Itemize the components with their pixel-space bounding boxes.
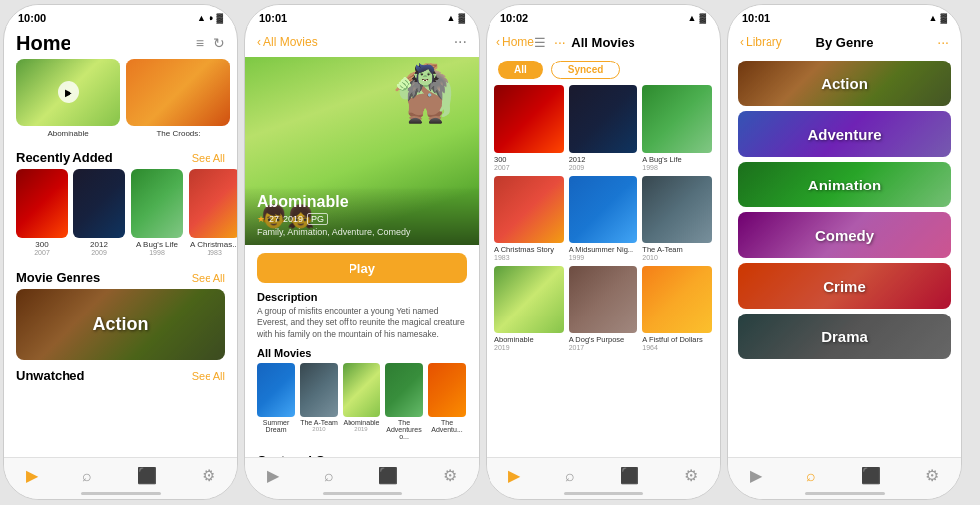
title-300: 300 (16, 240, 68, 249)
more-icon-3[interactable]: ··· (554, 34, 566, 50)
grid-card-2012[interactable]: 2012 2009 (569, 85, 638, 171)
genre-adventure[interactable]: Adventure (738, 111, 951, 157)
tab-folder-3[interactable]: ⬛ (620, 466, 639, 485)
crime-genre-label: Crime (823, 278, 866, 295)
wifi-icon-4: ▲ (929, 13, 938, 23)
tab-settings-4[interactable]: ⚙ (925, 466, 939, 485)
nav-actions-3: ☰ ··· (534, 34, 566, 50)
hero-abominable[interactable]: ▶ Abominable (16, 59, 120, 138)
genre-animation[interactable]: Animation (738, 162, 951, 207)
genre-crime[interactable]: Crime (738, 263, 951, 309)
back-all-movies[interactable]: ‹ All Movies (257, 35, 318, 49)
tab-search-1[interactable]: ⌕ (82, 467, 92, 485)
title-bugs: A Bug's Life (131, 240, 183, 249)
filter-all[interactable]: All (498, 61, 543, 79)
thumb-2012 (73, 169, 125, 238)
movie-bugs-life[interactable]: A Bug's Life 1998 (131, 169, 183, 256)
year-bugs: 1998 (131, 249, 183, 256)
genres-see-all[interactable]: See All (192, 272, 225, 284)
genre-action[interactable]: Action (738, 61, 951, 106)
tab-play-3[interactable]: ▶ (508, 466, 520, 485)
phone-detail: 10:01 ▲ ▓ ‹ All Movies ··· 🧌 👦👧 Abominab… (244, 4, 480, 500)
tab-folder-4[interactable]: ⬛ (861, 466, 881, 485)
star-icon: ★ (257, 214, 265, 224)
grid-title-300: 300 (494, 155, 564, 164)
action-genre-card[interactable]: Action (16, 289, 225, 360)
recently-added-see-all[interactable]: See All (192, 152, 225, 164)
list-icon[interactable]: ≡ (196, 35, 204, 51)
tab-play-2[interactable]: ▶ (267, 466, 279, 485)
movie-year: 2019 (283, 214, 303, 224)
battery-icon-1: ▓ (216, 13, 223, 23)
small-card-abominable[interactable]: Abominable 2019 (343, 363, 380, 440)
movie-genres: Family, Animation, Adventure, Comedy (257, 227, 467, 237)
recently-added-row: 300 2007 2012 2009 A Bug's Life 1998 A C… (4, 169, 237, 264)
movie-2012[interactable]: 2012 2009 (73, 169, 125, 256)
small-card-adventures[interactable]: The Adventu... (428, 363, 466, 440)
grid-year-abominable: 2019 (494, 344, 564, 351)
tab-settings-1[interactable]: ⚙ (202, 466, 215, 485)
grid-card-midsummer[interactable]: A Midsummer Nig... 1999 (569, 176, 638, 261)
stars-count: 27 (269, 214, 279, 224)
movie-christmas[interactable]: A Christmas... 1983 (189, 169, 237, 256)
grid-card-ateam[interactable]: The A-Team 2010 (642, 176, 712, 261)
small-title-abominable2: Abominable (343, 419, 380, 426)
tab-settings-3[interactable]: ⚙ (684, 466, 698, 485)
tab-play-1[interactable]: ▶ (26, 466, 38, 485)
grid-year-dogs: 2017 (569, 344, 638, 351)
grid-card-bugs[interactable]: A Bug's Life 1998 (642, 85, 712, 171)
time-4: 10:01 (742, 12, 770, 24)
movie-grid: 300 2007 2012 2009 A Bug's Life 1998 A C… (487, 85, 720, 351)
year-2012: 2009 (73, 249, 125, 256)
back-library[interactable]: ‹ Library (740, 35, 782, 49)
grid-title-2012: 2012 (569, 155, 638, 164)
abominable-thumb[interactable]: ▶ (16, 59, 120, 126)
home-title: Home (16, 32, 71, 55)
genre-drama[interactable]: Drama (738, 314, 951, 359)
small-card-huck[interactable]: The Adventures o... (385, 363, 423, 440)
tab-search-3[interactable]: ⌕ (565, 467, 575, 485)
battery-icon-2: ▓ (458, 13, 465, 23)
filter-row: All Synced (487, 57, 720, 85)
more-icon-4[interactable]: ··· (937, 34, 949, 50)
grid-card-300[interactable]: 300 2007 (494, 85, 564, 171)
tab-folder-2[interactable]: ⬛ (378, 466, 398, 485)
comedy-genre-label: Comedy (815, 227, 874, 244)
small-title-huck: The Adventures o... (385, 419, 423, 440)
battery-icon-3: ▓ (699, 13, 706, 23)
grid-thumb-midsummer (569, 176, 638, 243)
all-movies-nav-title: All Movies (571, 35, 634, 50)
small-card-summer[interactable]: Summer Dream (257, 363, 295, 440)
small-year-abominable2: 2019 (343, 426, 380, 432)
tab-search-4[interactable]: ⌕ (806, 467, 816, 485)
movie-300[interactable]: 300 2007 (16, 169, 68, 256)
play-overlay[interactable]: ▶ (58, 81, 79, 103)
play-button[interactable]: Play (257, 253, 467, 283)
genre-comedy[interactable]: Comedy (738, 212, 951, 258)
grid-card-fistful[interactable]: A Fistful of Dollars 1964 (642, 266, 712, 351)
small-card-ateam[interactable]: The A-Team 2010 (300, 363, 338, 440)
list-view-icon[interactable]: ☰ (534, 35, 546, 50)
tab-settings-2[interactable]: ⚙ (443, 466, 457, 485)
refresh-icon[interactable]: ↻ (213, 35, 225, 51)
genres-title: Movie Genres (16, 270, 100, 285)
hero-croods[interactable]: The Croods: (126, 59, 230, 138)
filter-synced[interactable]: Synced (551, 61, 621, 79)
tab-folder-1[interactable]: ⬛ (137, 466, 157, 485)
signal-icon-1: ▲ (197, 13, 206, 23)
tab-play-4[interactable]: ▶ (750, 466, 762, 485)
unwatched-see-all[interactable]: See All (192, 370, 225, 382)
more-icon-2[interactable]: ··· (454, 33, 467, 51)
year-300: 2007 (16, 249, 68, 256)
status-icons-2: ▲ ▓ (447, 13, 465, 23)
grid-card-dogs[interactable]: A Dog's Purpose 2017 (569, 266, 638, 351)
recently-added-title: Recently Added (16, 150, 113, 165)
grid-card-christmas[interactable]: A Christmas Story 1983 (494, 176, 564, 261)
back-home[interactable]: ‹ Home (496, 35, 534, 49)
genre-nav: ‹ Library By Genre ··· (728, 27, 961, 57)
time-2: 10:01 (259, 12, 287, 24)
grid-thumb-300 (494, 85, 564, 153)
croods-thumb[interactable] (126, 59, 230, 126)
grid-card-abominable[interactable]: Abominable 2019 (494, 266, 564, 351)
tab-search-2[interactable]: ⌕ (324, 467, 334, 485)
